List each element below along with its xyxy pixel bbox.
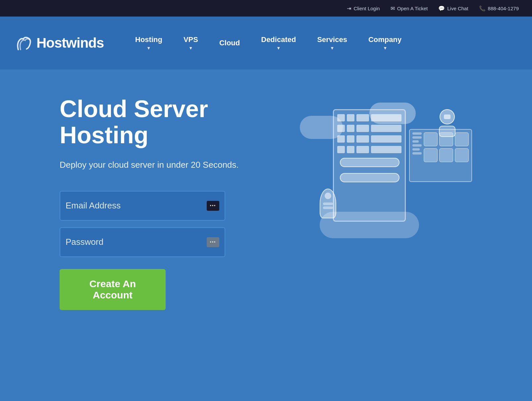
cloud-bottom-illustration xyxy=(320,212,419,238)
chevron-down-icon: ▾ xyxy=(277,45,280,51)
logo-icon xyxy=(13,33,33,53)
nav-vps[interactable]: VPS ▾ xyxy=(174,31,207,55)
phone-link[interactable]: 📞 888-404-1279 xyxy=(479,5,519,12)
email-form-group: ••• xyxy=(60,191,259,221)
brand-name: Hostwinds xyxy=(36,35,104,51)
open-ticket-label: Open A Ticket xyxy=(397,6,428,11)
astronaut-head xyxy=(440,109,455,124)
chevron-down-icon: ▾ xyxy=(331,45,333,51)
open-ticket-link[interactable]: ✉ Open A Ticket xyxy=(391,5,428,12)
nav-cloud[interactable]: Cloud xyxy=(210,35,249,51)
password-dots-icon: ••• xyxy=(207,237,219,247)
client-login-link[interactable]: ⇥ Client Login xyxy=(347,5,380,12)
email-input-wrapper: ••• xyxy=(60,191,225,221)
nav-services-label: Services xyxy=(317,35,347,44)
logo-area[interactable]: Hostwinds xyxy=(13,33,106,53)
create-account-button[interactable]: Create An Account xyxy=(60,269,166,310)
nav-hosting[interactable]: Hosting ▾ xyxy=(126,31,172,55)
server-rack-illustration xyxy=(333,109,406,222)
nav-hosting-label: Hosting xyxy=(135,35,162,44)
password-input-wrapper: ••• xyxy=(60,227,225,257)
email-dots-icon: ••• xyxy=(207,201,219,211)
chevron-down-icon: ▾ xyxy=(147,45,150,51)
chevron-down-icon: ▾ xyxy=(384,45,386,51)
chat-icon: 💬 xyxy=(438,5,445,12)
chevron-down-icon: ▾ xyxy=(189,45,192,51)
hero-section: Cloud ServerHosting Deploy your cloud se… xyxy=(0,69,532,400)
password-input[interactable] xyxy=(66,237,207,247)
email-input[interactable] xyxy=(66,200,207,211)
nav-company[interactable]: Company ▾ xyxy=(359,31,411,55)
server-illustration xyxy=(300,103,472,242)
nav-items: Hosting ▾ VPS ▾ Cloud Dedicated ▾ Servic… xyxy=(126,31,519,55)
hero-illustration-area xyxy=(286,96,486,242)
nav-company-label: Company xyxy=(368,35,401,44)
main-nav: Hostwinds Hosting ▾ VPS ▾ Cloud Dedicate… xyxy=(0,17,532,69)
nav-cloud-label: Cloud xyxy=(219,39,240,47)
live-chat-label: Live Chat xyxy=(447,6,468,11)
phone-icon: 📞 xyxy=(479,5,486,12)
password-form-group: ••• xyxy=(60,227,259,257)
app-panel-illustration xyxy=(409,129,472,182)
nav-services[interactable]: Services ▾ xyxy=(308,31,356,55)
hero-title: Cloud ServerHosting xyxy=(60,96,259,148)
phone-number: 888-404-1279 xyxy=(488,6,519,11)
hero-subtitle: Deploy your cloud server in under 20 Sec… xyxy=(60,159,259,171)
top-bar: ⇥ Client Login ✉ Open A Ticket 💬 Live Ch… xyxy=(0,0,532,17)
live-chat-link[interactable]: 💬 Live Chat xyxy=(438,5,468,12)
ticket-icon: ✉ xyxy=(391,5,395,12)
client-login-label: Client Login xyxy=(353,6,380,11)
nav-dedicated-label: Dedicated xyxy=(261,35,296,44)
nav-vps-label: VPS xyxy=(184,35,198,44)
nav-dedicated[interactable]: Dedicated ▾ xyxy=(252,31,305,55)
hero-left: Cloud ServerHosting Deploy your cloud se… xyxy=(60,96,259,310)
login-icon: ⇥ xyxy=(347,5,351,12)
